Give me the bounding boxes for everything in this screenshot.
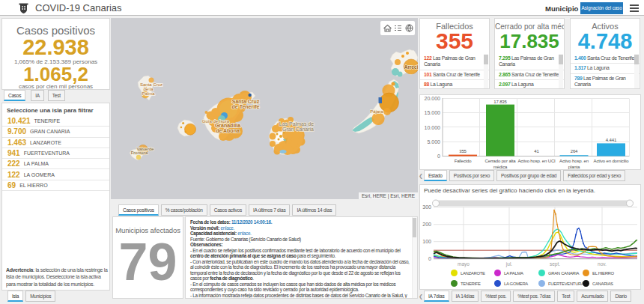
svg-text:Arrecife: Arrecife	[404, 64, 418, 70]
svg-text:Activo hosp. en UCI: Activo hosp. en UCI	[517, 159, 556, 163]
svg-text:Gran Canaria: Gran Canaria	[282, 127, 314, 132]
svg-text:355: 355	[459, 149, 467, 153]
svg-text:sept.: sept.	[550, 261, 560, 267]
svg-text:mayo: mayo	[458, 261, 470, 267]
svg-text:de Tenerife: de Tenerife	[232, 104, 260, 109]
svg-text:Las Palmas de: Las Palmas de	[279, 121, 314, 127]
svg-text:Granadilla: Granadilla	[215, 123, 240, 128]
svg-text:0: 0	[437, 153, 440, 159]
svg-text:Activo en domicilio: Activo en domicilio	[594, 159, 630, 163]
svg-text:4.441: 4.441	[606, 138, 617, 142]
svg-text:300: 300	[422, 204, 431, 210]
svg-text:0: 0	[428, 256, 431, 261]
svg-text:Cerrado por alta: Cerrado por alta	[485, 159, 517, 163]
svg-text:Frontera: Frontera	[131, 151, 148, 155]
svg-text:17.835: 17.835	[493, 100, 507, 104]
svg-text:41: 41	[534, 149, 539, 153]
svg-text:Palma: Palma	[142, 91, 155, 96]
svg-text:jul.: jul.	[505, 261, 513, 267]
svg-text:15.000: 15.000	[425, 110, 441, 115]
svg-text:10.000: 10.000	[425, 125, 441, 130]
svg-text:planta: planta	[568, 165, 580, 169]
svg-text:Santa Cruz: Santa Cruz	[232, 99, 260, 104]
svg-text:médica: médica	[493, 165, 508, 169]
svg-text:20.000: 20.000	[425, 96, 441, 101]
svg-text:100: 100	[422, 239, 431, 244]
svg-text:264: 264	[571, 149, 578, 153]
svg-text:de Abona: de Abona	[216, 128, 240, 133]
svg-text:200: 200	[422, 222, 431, 227]
svg-text:Pájara: Pájara	[370, 109, 383, 114]
svg-text:nov.: nov.	[598, 261, 607, 267]
svg-text:Fallecido: Fallecido	[455, 159, 472, 163]
svg-text:5.000: 5.000	[427, 139, 440, 145]
svg-text:Activo hosp. en: Activo hosp. en	[559, 159, 589, 163]
